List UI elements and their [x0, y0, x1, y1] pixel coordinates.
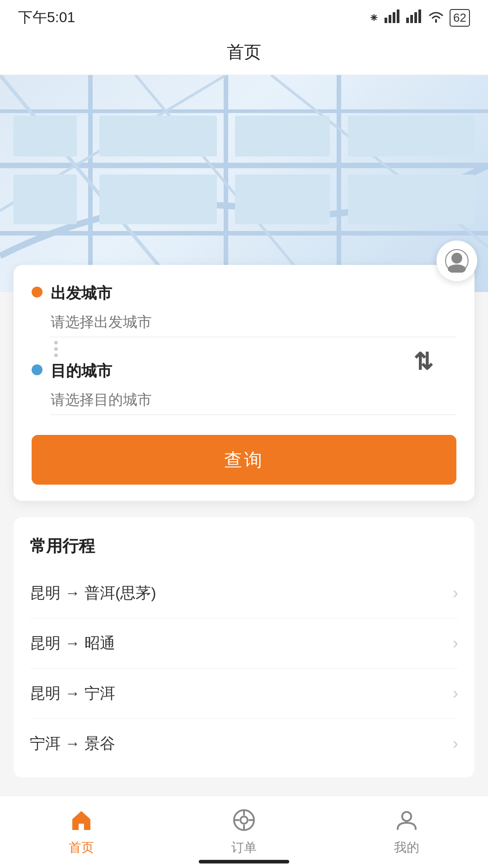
svg-rect-19: [235, 116, 330, 156]
svg-point-30: [240, 816, 248, 824]
chevron-right-icon: ›: [453, 734, 458, 753]
swap-icon: ⇅: [413, 350, 432, 373]
destination-label: 目的城市: [51, 361, 456, 382]
svg-rect-2: [393, 12, 395, 23]
home-icon: [70, 808, 93, 835]
svg-rect-20: [99, 175, 217, 224]
svg-rect-22: [348, 116, 474, 156]
route-item[interactable]: 宁洱 → 景谷›: [30, 719, 458, 769]
dot3: [54, 354, 58, 357]
orders-label: 订单: [231, 839, 257, 856]
dot2: [54, 347, 58, 351]
route-item[interactable]: 昆明 → 昭通›: [30, 618, 458, 669]
status-bar: 下午5:01 ⁕ 62: [0, 0, 488, 32]
bluetooth-icon: ⁕: [369, 10, 379, 25]
svg-rect-18: [99, 116, 217, 156]
common-routes-title: 常用行程: [30, 535, 458, 557]
svg-rect-5: [410, 15, 413, 23]
dot1: [54, 341, 58, 344]
city-fields: 出发城市 目的城市 ⇅: [32, 283, 456, 415]
svg-rect-3: [397, 9, 399, 23]
bottom-nav: 首页 订单 我的: [0, 796, 488, 868]
departure-dot: [32, 287, 42, 297]
svg-rect-0: [385, 18, 387, 23]
svg-rect-25: [14, 175, 77, 224]
swap-button[interactable]: ⇅: [407, 346, 438, 377]
route-divider: [51, 341, 456, 357]
destination-city-input[interactable]: [51, 387, 456, 415]
svg-point-26: [451, 253, 462, 264]
departure-row: 出发城市: [32, 283, 456, 337]
home-indicator: [199, 860, 289, 863]
query-button[interactable]: 查询: [32, 435, 456, 485]
signal2-icon: [406, 9, 422, 26]
svg-rect-21: [235, 175, 330, 224]
support-button[interactable]: [436, 241, 477, 281]
chevron-right-icon: ›: [453, 584, 458, 603]
nav-profile[interactable]: 我的: [376, 804, 437, 861]
destination-dot: [32, 364, 42, 375]
route-list: 昆明 → 普洱(思茅)›昆明 → 昭通›昆明 → 宁洱›宁洱 → 景谷›: [30, 568, 458, 769]
nav-home[interactable]: 首页: [51, 804, 112, 861]
orders-icon: [232, 808, 256, 835]
departure-content: 出发城市: [51, 283, 456, 337]
page-title: 首页: [0, 32, 488, 75]
route-text: 昆明 → 昭通: [30, 633, 115, 654]
signal-icon: [385, 9, 401, 26]
route-text: 昆明 → 宁洱: [30, 683, 115, 704]
chevron-right-icon: ›: [453, 684, 458, 703]
svg-rect-1: [389, 15, 391, 23]
route-text: 宁洱 → 景谷: [30, 733, 115, 754]
map-background: [0, 75, 488, 292]
svg-rect-24: [14, 116, 77, 156]
svg-rect-6: [414, 12, 417, 23]
common-routes-section: 常用行程 昆明 → 普洱(思茅)›昆明 → 昭通›昆明 → 宁洱›宁洱 → 景谷…: [14, 517, 474, 778]
departure-city-input[interactable]: [51, 309, 456, 337]
battery-indicator: 62: [450, 9, 470, 27]
profile-icon: [395, 808, 418, 835]
route-item[interactable]: 昆明 → 普洱(思茅)›: [30, 568, 458, 618]
profile-label: 我的: [394, 839, 419, 856]
dots-line: [51, 341, 58, 357]
nav-orders[interactable]: 订单: [213, 804, 275, 861]
status-icons: ⁕ 62: [369, 9, 470, 27]
svg-point-35: [402, 812, 411, 821]
status-time: 下午5:01: [18, 8, 75, 28]
svg-rect-23: [348, 175, 474, 224]
svg-rect-4: [406, 18, 409, 23]
svg-rect-7: [418, 9, 421, 23]
destination-row: 目的城市: [32, 361, 456, 415]
destination-content: 目的城市: [51, 361, 456, 415]
wifi-icon: [428, 10, 444, 26]
route-text: 昆明 → 普洱(思茅): [30, 583, 156, 604]
route-item[interactable]: 昆明 → 宁洱›: [30, 669, 458, 719]
chevron-right-icon: ›: [453, 634, 458, 653]
svg-point-27: [448, 264, 466, 273]
departure-label: 出发城市: [51, 283, 456, 304]
search-card: 出发城市 目的城市 ⇅ 查询: [14, 265, 474, 501]
home-label: 首页: [69, 839, 94, 856]
